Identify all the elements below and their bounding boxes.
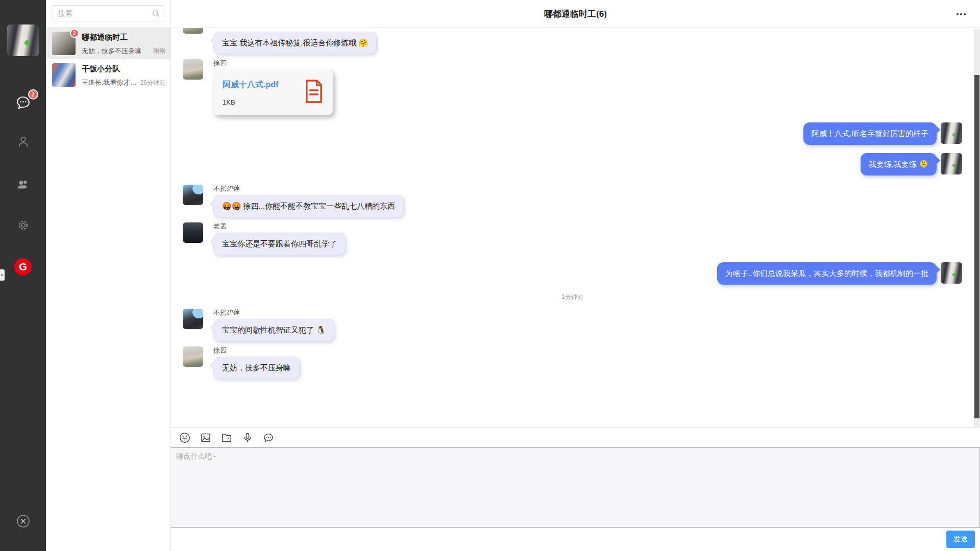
- message-bubble-icon[interactable]: [262, 432, 275, 444]
- chat-title: 哪都通临时工(6): [544, 8, 607, 20]
- message-row: 不摇碧莲 宝宝的间歇性机智证又犯了 🐧: [183, 309, 962, 341]
- message-row: 不摇碧莲 🤬🤬 徐四...你能不能不教宝宝一些乱七八糟的东西: [183, 185, 962, 217]
- file-info: 阿威十八式.pdf 1KB: [223, 80, 278, 106]
- more-menu-icon[interactable]: [957, 0, 966, 28]
- group-avatar: [52, 63, 76, 87]
- message-bubble[interactable]: 无妨，技多不压身嘛: [213, 357, 300, 379]
- avatar-bu-yao-bi-lian[interactable]: [183, 309, 203, 329]
- sidebar: 2: [0, 0, 46, 551]
- last-message-time: 刚刚: [153, 47, 165, 56]
- voice-icon[interactable]: [241, 432, 254, 444]
- emoji-icon[interactable]: [179, 432, 191, 444]
- panel-collapse-handle[interactable]: ▸: [0, 269, 5, 281]
- message-row: 徐四 无妨，技多不压身嘛: [183, 346, 962, 379]
- unread-badge: 2: [28, 89, 38, 99]
- folder-icon[interactable]: [220, 432, 233, 444]
- scrollbar-track: [974, 29, 980, 427]
- last-message-time: 26分钟前: [140, 79, 165, 87]
- message-input-area: [171, 447, 980, 528]
- file-name[interactable]: 阿威十八式.pdf: [223, 80, 278, 90]
- unread-badge: 2: [70, 29, 79, 38]
- avatar-xu-si[interactable]: [183, 346, 203, 367]
- conversation-item[interactable]: 干饭小分队 王道长,我看你才… 26分钟前: [46, 59, 170, 91]
- sidebar-item-close[interactable]: [0, 514, 46, 530]
- user-avatar[interactable]: [7, 24, 39, 56]
- conversation-title: 干饭小分队: [82, 64, 165, 74]
- avatar-self[interactable]: [941, 262, 962, 284]
- avatar-xu-si[interactable]: [183, 59, 203, 80]
- conversation-list-panel: 2 哪都通临时工 无妨，技多不压身嘛 刚刚 干饭小分队 王道长,我看你才… 26…: [46, 0, 171, 551]
- last-message-preview: 王道长,我看你才…: [82, 78, 138, 87]
- avatar-self[interactable]: [941, 153, 962, 174]
- app-logo-icon: G: [14, 258, 32, 276]
- message-input[interactable]: [171, 448, 979, 527]
- sender-name: 不摇碧莲: [213, 309, 334, 316]
- sidebar-item-chats[interactable]: 2: [0, 95, 46, 113]
- sender-name: 徐四: [213, 59, 333, 67]
- message-bubble[interactable]: 宝宝的间歇性机智证又犯了 🐧: [213, 319, 334, 341]
- message-list[interactable]: 宝宝 我这有本祖传秘笈,很适合你修炼哦 🤗 徐四 阿威十八式.pdf 1KB: [171, 28, 980, 427]
- avatar-lao-meng[interactable]: [183, 222, 203, 243]
- message-bubble[interactable]: 为啥子..你们总说我呆瓜，其实大多的时候，我都机制的一批: [717, 262, 937, 285]
- message-bubble[interactable]: 我要练,我要练 🫠: [861, 153, 937, 176]
- file-size: 1KB: [223, 98, 278, 106]
- close-icon: [16, 514, 30, 530]
- search-input[interactable]: [53, 5, 164, 21]
- sender-name: 徐四: [213, 346, 300, 354]
- chat-bubble-icon: [15, 104, 31, 112]
- sidebar-item-contacts[interactable]: [0, 135, 46, 151]
- sender-name: 老孟: [213, 222, 346, 230]
- message-row: 宝宝 我这有本祖传秘笈,很适合你修炼哦 🤗: [183, 32, 962, 54]
- message-row: 徐四 阿威十八式.pdf 1KB: [183, 59, 962, 115]
- composer-footer: 发送: [171, 528, 980, 551]
- gear-icon: [16, 218, 30, 234]
- time-divider: 1分钟前: [183, 293, 962, 302]
- message-bubble[interactable]: 宝宝你还是不要跟着你四哥乱学了: [213, 233, 346, 255]
- conversation-title: 哪都通临时工: [82, 33, 165, 42]
- pdf-file-icon: [304, 80, 324, 105]
- search-bar: [46, 0, 170, 28]
- sidebar-item-groups[interactable]: [0, 178, 46, 193]
- search-icon[interactable]: [152, 9, 160, 20]
- send-button[interactable]: 发送: [946, 531, 975, 548]
- sidebar-item-settings[interactable]: [0, 218, 46, 234]
- composer-toolbar: [171, 427, 980, 447]
- message-bubble[interactable]: 宝宝 我这有本祖传秘笈,很适合你修炼哦 🤗: [213, 32, 377, 54]
- image-icon[interactable]: [200, 432, 212, 444]
- avatar-xu-si[interactable]: [183, 28, 203, 34]
- conversation-item[interactable]: 2 哪都通临时工 无妨，技多不压身嘛 刚刚: [46, 28, 170, 59]
- chat-header: 哪都通临时工(6): [171, 0, 980, 28]
- message-bubble[interactable]: 阿威十八式,听名字就好厉害的样子: [803, 122, 937, 145]
- last-message-preview: 无妨，技多不压身嘛: [82, 46, 151, 56]
- message-row: 为啥子..你们总说我呆瓜，其实大多的时候，我都机制的一批: [183, 262, 962, 285]
- avatar-self[interactable]: [941, 122, 962, 144]
- file-message-card[interactable]: 阿威十八式.pdf 1KB: [213, 69, 333, 115]
- group-avatar: 2: [52, 32, 76, 55]
- message-row: 阿威十八式,听名字就好厉害的样子: [183, 122, 962, 145]
- chat-panel: 哪都通临时工(6) 宝宝 我这有本祖传秘笈,很适合你修炼哦 🤗 徐四 阿威十八式…: [171, 0, 980, 551]
- message-row: 我要练,我要练 🫠: [183, 153, 962, 176]
- app-window: 2: [0, 0, 980, 551]
- groups-icon: [16, 178, 31, 193]
- sidebar-logo: G: [0, 258, 46, 276]
- scrollbar-thumb[interactable]: [974, 75, 979, 418]
- sender-name: 不摇碧莲: [213, 185, 404, 192]
- contacts-icon: [16, 135, 30, 151]
- avatar-bu-yao-bi-lian[interactable]: [183, 185, 203, 205]
- message-row: 老孟 宝宝你还是不要跟着你四哥乱学了: [183, 222, 962, 255]
- message-bubble[interactable]: 🤬🤬 徐四...你能不能不教宝宝一些乱七八糟的东西: [213, 195, 404, 217]
